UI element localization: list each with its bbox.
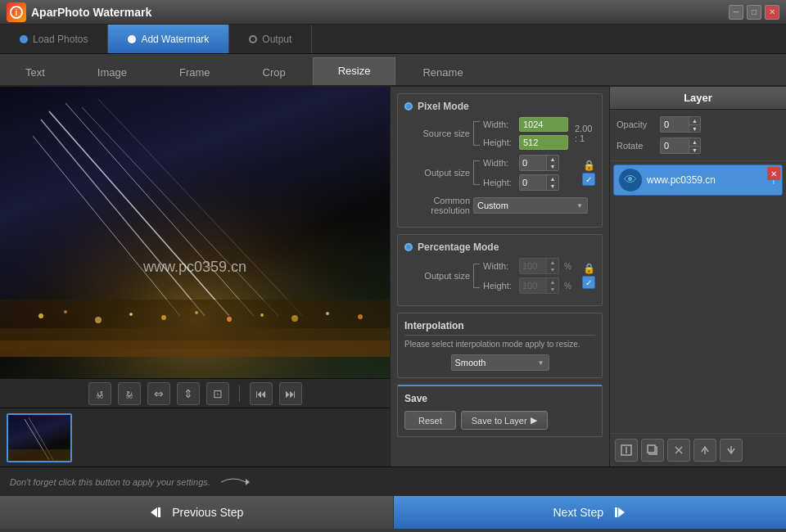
pct-lock-checkbox[interactable]: ✓	[582, 276, 595, 289]
layer-items: 👁 www.pc0359.cn ✕ T	[610, 161, 786, 433]
prev-step-button[interactable]: Previous Step	[0, 496, 394, 529]
output-size-row: Output size Width: ▲ ▼	[404, 155, 595, 191]
tab-resize[interactable]: Resize	[313, 57, 396, 85]
step-watermark-label: Add Watermark	[141, 34, 209, 45]
flip-horizontal-button[interactable]: ⇔	[147, 382, 170, 405]
rotate-arrows: ▲ ▼	[689, 138, 700, 153]
svg-point-10	[38, 313, 43, 318]
reset-button[interactable]: Reset	[404, 411, 456, 430]
interpolation-select[interactable]: Smooth Bilinear Bicubic Nearest Neighbor	[451, 354, 549, 371]
tab-crop[interactable]: Crop	[237, 59, 311, 85]
svg-text:i: i	[16, 8, 18, 17]
pct-height-down[interactable]: ▼	[547, 286, 558, 293]
source-width-input[interactable]	[519, 117, 568, 132]
minimize-button[interactable]: ─	[729, 5, 743, 20]
close-button[interactable]: ✕	[765, 5, 779, 20]
layer-visibility-icon[interactable]: 👁	[619, 169, 642, 192]
rotate-right-90-button[interactable]: ↻ 90	[118, 382, 141, 405]
layer-tool-copy-button[interactable]	[641, 439, 664, 462]
pct-height-row: Height: ▲ ▼ %	[483, 277, 579, 294]
app-icon: i	[7, 2, 26, 22]
filmstrip-item[interactable]	[7, 413, 72, 462]
prev-image-button[interactable]: ⏮	[250, 382, 273, 405]
image-canvas: www.pc0359.cn	[0, 87, 390, 378]
svg-point-11	[64, 310, 67, 313]
rotate-left-90-button[interactable]: ↺ 90	[88, 382, 111, 405]
save-arrow-icon: ▶	[531, 415, 537, 426]
svg-point-18	[291, 315, 298, 322]
rotate-spinner[interactable]: ▲ ▼	[660, 138, 701, 154]
svg-rect-41	[615, 507, 617, 517]
maximize-button[interactable]: □	[747, 5, 761, 20]
pct-width-up[interactable]: ▲	[547, 259, 558, 266]
tab-frame[interactable]: Frame	[154, 59, 236, 85]
step-dot-output	[249, 35, 257, 43]
output-size-label: Output size	[404, 168, 470, 178]
layer-item-close-button[interactable]: ✕	[767, 167, 780, 180]
rotate-down[interactable]: ▼	[689, 146, 700, 153]
output-width-spinner[interactable]: ▲ ▼	[519, 155, 559, 171]
common-resolution-wrapper: Custom 800x600 1024x768 1280x720 1920x10…	[473, 197, 588, 214]
output-height-down[interactable]: ▼	[547, 183, 558, 190]
flip-vertical-button[interactable]: ⇕	[177, 382, 200, 405]
step-dot-watermark	[128, 35, 136, 43]
width-label: Width:	[483, 119, 516, 129]
ratio-label: 2.00 : 1	[575, 124, 595, 143]
opacity-up[interactable]: ▲	[689, 117, 700, 124]
opacity-down[interactable]: ▼	[689, 124, 700, 132]
rotate-row: Rotate ▲ ▼	[617, 138, 779, 154]
svg-rect-40	[158, 507, 160, 517]
source-height-input[interactable]	[519, 135, 568, 150]
pct-height-up[interactable]: ▲	[547, 278, 558, 286]
tab-image[interactable]: Image	[72, 59, 152, 85]
pct-width-row: Width: ▲ ▼ %	[483, 258, 579, 274]
save-to-layer-button[interactable]: Save to Layer ▶	[461, 411, 548, 430]
output-height-up[interactable]: ▲	[547, 175, 558, 183]
layer-tool-move-up-button[interactable]	[693, 439, 716, 462]
pixel-lock-checkbox[interactable]: ✓	[582, 173, 595, 186]
layer-tool-move-down-button[interactable]	[720, 439, 743, 462]
output-height-spinner[interactable]: ▲ ▼	[519, 174, 559, 191]
step-load-photos[interactable]: Load Photos	[0, 25, 108, 53]
next-step-button[interactable]: Next Step	[394, 496, 787, 529]
source-size-label: Source size	[404, 128, 470, 138]
step-output[interactable]: Output	[229, 25, 312, 53]
tab-text[interactable]: Text	[0, 59, 70, 85]
layer-item[interactable]: 👁 www.pc0359.cn ✕ T	[613, 165, 783, 196]
pct-width-input[interactable]	[520, 259, 546, 273]
step-add-watermark[interactable]: Add Watermark	[108, 25, 229, 53]
next-image-button[interactable]: ⏭	[279, 382, 302, 405]
svg-marker-38	[246, 479, 250, 485]
svg-point-16	[227, 317, 232, 322]
output-width-input[interactable]	[520, 156, 546, 169]
opacity-input[interactable]	[661, 118, 689, 131]
opacity-spinner[interactable]: ▲ ▼	[660, 116, 701, 133]
tabbar: Text Image Frame Crop Resize Rename	[0, 54, 786, 87]
settings-panel: Pixel Mode Source size Width: Height:	[390, 87, 609, 467]
pct-width-spinner[interactable]: ▲ ▼	[519, 258, 559, 274]
pct-width-down[interactable]: ▼	[547, 266, 558, 273]
canvas-toolbar: ↺ 90 ↻ 90 ⇔ ⇕ ⊡ ⏮ ⏭	[0, 378, 390, 408]
output-height-input[interactable]	[520, 176, 546, 189]
rotate-up[interactable]: ▲	[689, 138, 700, 146]
tab-rename[interactable]: Rename	[397, 59, 488, 85]
zoom-fit-button[interactable]: ⊡	[206, 382, 229, 405]
stepbar: Load Photos Add Watermark Output	[0, 25, 786, 54]
layer-tool-delete-button[interactable]	[667, 439, 690, 462]
source-height-row: Height:	[483, 135, 568, 150]
pct-height-input[interactable]	[520, 279, 546, 292]
percentage-mode-section: Percentage Mode Output size Width: ▲	[397, 234, 603, 306]
rotate-input[interactable]	[661, 139, 689, 152]
titlebar-left: i AparPhoto Watermark	[7, 2, 151, 22]
output-size-bracket	[473, 160, 480, 185]
layer-bottom-toolbar	[610, 433, 786, 467]
output-height-row: Height: ▲ ▼	[483, 174, 579, 191]
output-width-up[interactable]: ▲	[547, 156, 558, 163]
output-width-down[interactable]: ▼	[547, 163, 558, 170]
common-resolution-select[interactable]: Custom 800x600 1024x768 1280x720 1920x10…	[473, 197, 588, 214]
layer-tool-new-button[interactable]	[615, 439, 638, 462]
pct-height-spinner[interactable]: ▲ ▼	[519, 277, 559, 294]
step-dot-load	[20, 35, 28, 43]
pixel-mode-title: Pixel Mode	[418, 101, 469, 112]
source-size-row: Source size Width: Height: 2.00 : 1	[404, 117, 595, 150]
